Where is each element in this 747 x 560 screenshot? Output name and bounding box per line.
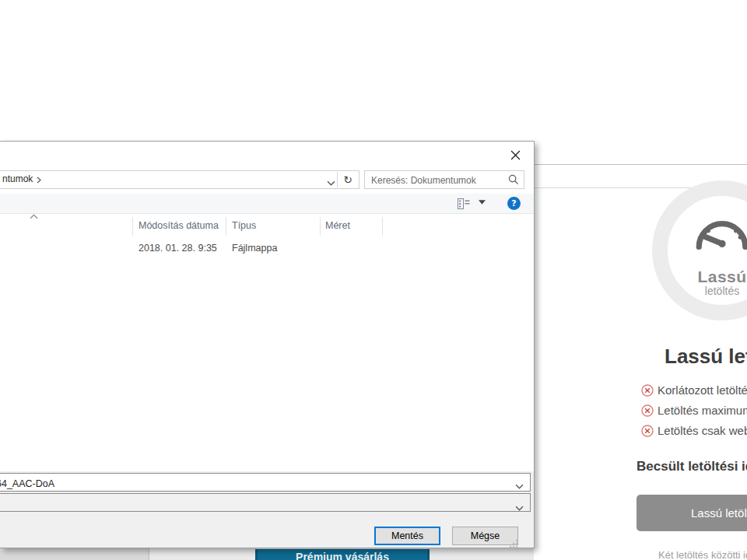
search-icon[interactable]	[508, 174, 519, 185]
table-row[interactable]: 2018. 01. 28. 9:35 Fájlmappa	[0, 240, 534, 256]
cell-modified-date: 2018. 01. 28. 9:35	[139, 243, 217, 254]
feature-item: Letöltés maximum	[641, 404, 747, 418]
search-input[interactable]	[365, 171, 510, 188]
slow-download-heading: Lassú letölt	[665, 345, 747, 369]
chevron-down-icon	[479, 200, 486, 205]
chevron-down-icon	[515, 500, 524, 514]
resize-grip[interactable]	[508, 538, 519, 549]
view-options-button[interactable]	[456, 198, 487, 210]
chevron-right-icon	[37, 177, 42, 184]
filename-input[interactable]	[0, 474, 510, 492]
column-separator	[320, 217, 321, 236]
column-separator	[226, 217, 226, 236]
cell-type: Fájlmappa	[232, 243, 277, 254]
address-dropdown-button[interactable]	[327, 177, 335, 188]
column-separator	[382, 217, 383, 236]
close-icon	[510, 150, 521, 160]
help-icon: ?	[511, 198, 516, 208]
slow-download-button[interactable]: Lassú letöltés	[637, 495, 747, 531]
column-separator	[132, 217, 133, 236]
circle-x-icon	[641, 384, 654, 397]
page-divider-line-top	[535, 164, 747, 165]
list-view-icon	[458, 198, 470, 209]
feature-label: Letöltés maximum	[658, 404, 747, 417]
sort-ascending-icon	[30, 214, 38, 219]
speedometer-icon	[693, 210, 747, 255]
close-button[interactable]	[498, 142, 533, 165]
feature-item: Letöltés csak webe	[641, 424, 747, 438]
bottom-strip-segment	[0, 548, 149, 560]
circle-x-icon	[641, 425, 654, 437]
slow-badge-title: Lassú	[668, 268, 747, 286]
help-button[interactable]: ?	[507, 197, 521, 210]
slow-badge-circle: Lassú letöltés	[652, 180, 747, 320]
slow-badge-subtitle: letöltés	[668, 285, 747, 297]
save-button[interactable]: Mentés	[374, 527, 440, 545]
column-header-size[interactable]: Méret	[325, 220, 350, 231]
address-bar[interactable]: ntumok ↻	[0, 170, 359, 189]
divider	[337, 172, 338, 187]
chevron-down-icon	[515, 484, 524, 489]
feature-item: Korlátozott letöltés	[641, 383, 747, 397]
note-text: Két letöltés közötti idő	[658, 549, 747, 560]
column-header-row: Módosítás dátuma Típus Méret	[0, 216, 534, 236]
estimate-heading: Becsült letöltési id	[637, 459, 747, 474]
column-header-modified[interactable]: Módosítás dátuma	[139, 220, 219, 231]
filename-dropdown-button[interactable]	[515, 480, 524, 492]
filetype-select[interactable]	[0, 493, 531, 512]
save-dialog: ntumok ↻	[0, 141, 535, 548]
search-box	[364, 170, 524, 189]
feature-label: Letöltés csak webe	[658, 424, 747, 437]
chevron-down-icon	[327, 180, 335, 186]
breadcrumb[interactable]: ntumok	[2, 173, 33, 184]
premium-purchase-button[interactable]: Prémium vásárlás	[255, 549, 430, 560]
circle-x-icon	[641, 404, 654, 417]
dialog-titlebar	[0, 142, 533, 165]
bottom-strip: Prémium vásárlás	[0, 548, 534, 560]
column-header-type[interactable]: Típus	[232, 220, 256, 231]
refresh-button[interactable]: ↻	[339, 172, 356, 187]
filename-combobox	[0, 473, 531, 492]
feature-label: Korlátozott letöltés	[658, 383, 747, 397]
refresh-icon: ↻	[343, 173, 352, 186]
dialog-toolbar: ?	[0, 194, 534, 214]
